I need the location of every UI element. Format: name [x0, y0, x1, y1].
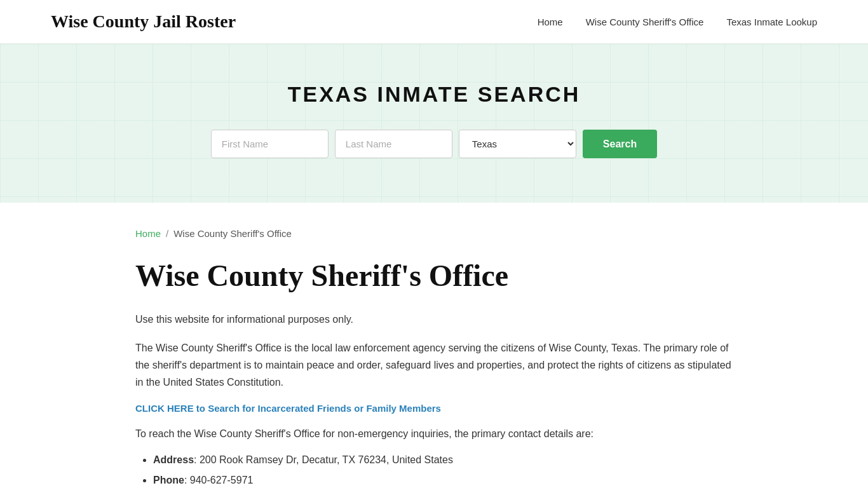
contact-intro: To reach the Wise County Sheriff's Offic…: [135, 425, 733, 442]
breadcrumb-home-link[interactable]: Home: [135, 228, 161, 239]
breadcrumb: Home / Wise County Sheriff's Office: [135, 228, 733, 239]
site-header: Wise County Jail Roster Home Wise County…: [0, 0, 868, 44]
nav-inmate-lookup[interactable]: Texas Inmate Lookup: [726, 17, 817, 27]
inmate-search-form: Texas Search: [13, 130, 855, 158]
hero-title: TEXAS INMATE SEARCH: [13, 82, 855, 107]
first-name-input[interactable]: [211, 130, 329, 158]
contact-list: Address: 200 Rook Ramsey Dr, Decatur, TX…: [135, 450, 733, 488]
contact-list-item: Phone: 940-627-5971: [153, 470, 733, 488]
last-name-input[interactable]: [335, 130, 452, 158]
nav-home[interactable]: Home: [538, 17, 563, 27]
breadcrumb-current: Wise County Sheriff's Office: [173, 228, 292, 239]
main-content: Home / Wise County Sheriff's Office Wise…: [85, 203, 783, 488]
description-paragraph: The Wise County Sheriff's Office is the …: [135, 339, 733, 391]
search-button[interactable]: Search: [583, 130, 657, 158]
contact-list-item: Address: 200 Rook Ramsey Dr, Decatur, TX…: [153, 450, 733, 470]
search-cta-link[interactable]: CLICK HERE to Search for Incarcerated Fr…: [135, 403, 733, 414]
main-nav: Home Wise County Sheriff's Office Texas …: [538, 17, 817, 27]
site-title: Wise County Jail Roster: [51, 11, 236, 32]
intro-paragraph: Use this website for informational purpo…: [135, 311, 733, 328]
breadcrumb-separator: /: [166, 228, 168, 239]
hero-section: TEXAS INMATE SEARCH Texas Search: [0, 44, 868, 203]
page-title: Wise County Sheriff's Office: [135, 259, 733, 293]
nav-sheriffs-office[interactable]: Wise County Sheriff's Office: [586, 17, 704, 27]
state-select[interactable]: Texas: [459, 130, 576, 158]
